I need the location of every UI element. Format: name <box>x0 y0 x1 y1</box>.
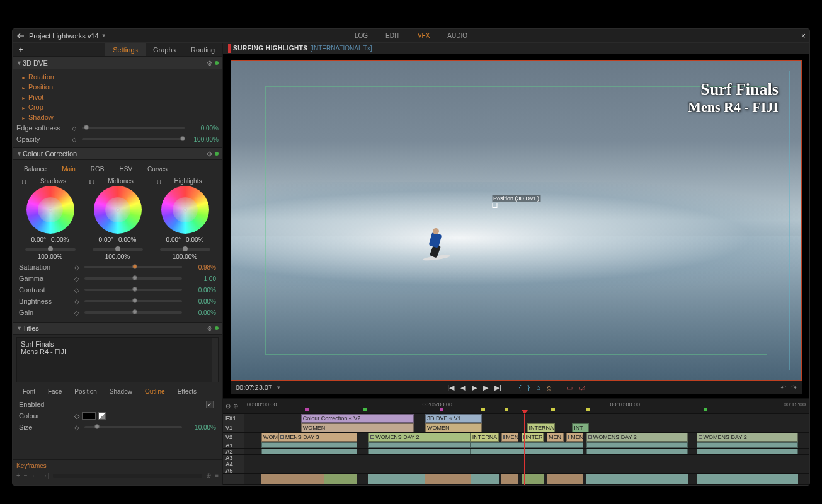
dve-shadow[interactable]: Shadow <box>16 112 219 122</box>
audio-block[interactable] <box>425 474 471 484</box>
audio-block[interactable] <box>471 474 499 484</box>
track-label[interactable]: V2 <box>223 433 244 442</box>
titles-tab-outline[interactable]: Outline <box>139 388 171 395</box>
audio-block[interactable] <box>586 474 688 484</box>
clip[interactable]: WOMENS DAY 2 <box>368 433 470 442</box>
midtones-pct[interactable]: 100.00% <box>105 253 130 260</box>
bars-icon[interactable]: ⫿⫿ <box>21 178 28 185</box>
bars-icon[interactable]: ⫿⫿ <box>89 178 95 185</box>
clip[interactable] <box>471 442 583 448</box>
tab-settings[interactable]: Settings <box>105 43 146 56</box>
marker[interactable] <box>363 408 367 411</box>
track-lane[interactable] <box>244 461 809 467</box>
kf-add-icon[interactable]: + <box>16 472 20 479</box>
track-lane[interactable] <box>244 442 809 448</box>
position-marker[interactable]: Position (3D DVE) <box>492 195 540 208</box>
eyedropper-icon[interactable] <box>98 412 106 420</box>
marker[interactable] <box>505 408 508 411</box>
marker[interactable] <box>704 408 707 411</box>
tab-graphs[interactable]: Graphs <box>146 43 183 56</box>
titles-tab-face[interactable]: Face <box>42 388 68 395</box>
midtones-amt[interactable]: 0.00% <box>118 236 136 243</box>
keyframe-toggle[interactable]: ◇ <box>74 424 82 431</box>
track-label[interactable]: V1 <box>223 423 244 432</box>
clip[interactable] <box>697 449 798 454</box>
track-label[interactable]: A2 <box>223 449 244 454</box>
panel-3d-dve-header[interactable]: ▼ 3D DVE ⚙ <box>13 57 222 69</box>
audio-block[interactable] <box>368 474 425 484</box>
mark-out-icon[interactable]: } <box>528 384 530 391</box>
saturation-slider[interactable] <box>84 266 182 268</box>
cc-tab-hsv[interactable]: HSV <box>112 166 140 173</box>
timecode-dropdown[interactable]: ▼ <box>276 385 281 391</box>
mode-audio[interactable]: AUDIO <box>438 30 476 42</box>
gear-icon[interactable]: ⚙ <box>207 151 212 158</box>
titles-tab-position[interactable]: Position <box>68 388 103 395</box>
size-slider[interactable] <box>84 426 182 428</box>
keyframe-track[interactable] <box>53 474 202 478</box>
gear-icon[interactable]: ⚙ <box>207 325 212 332</box>
kf-menu-icon[interactable]: ≡ <box>215 472 219 479</box>
clip[interactable] <box>368 442 470 448</box>
highlights-pct[interactable]: 100.00% <box>173 253 197 260</box>
track-label[interactable]: A5 <box>223 467 244 473</box>
track-lane[interactable]: WOM MENS DAY 3 WOMENS DAY 2 INTERNA MEN … <box>244 433 809 442</box>
shadows-amt[interactable]: 0.00% <box>51 236 69 243</box>
mode-log[interactable]: LOG <box>346 30 377 42</box>
titles-tab-font[interactable]: Font <box>16 388 42 395</box>
marker[interactable] <box>481 408 485 411</box>
cc-tab-curves[interactable]: Curves <box>140 166 175 173</box>
clip[interactable] <box>586 442 688 448</box>
midtones-angle[interactable]: 0.00° <box>99 236 113 243</box>
keyframe-toggle[interactable]: ◇ <box>72 136 79 143</box>
redo-icon[interactable]: ↷ <box>791 384 797 392</box>
tab-routing[interactable]: Routing <box>183 43 222 56</box>
shadows-slider[interactable] <box>25 248 76 251</box>
clip[interactable]: WOMENS DAY 2 <box>697 433 798 442</box>
titles-tab-shadow[interactable]: Shadow <box>103 388 139 395</box>
brightness-value[interactable]: 0.00% <box>185 298 216 305</box>
track-label[interactable] <box>223 474 244 484</box>
clip[interactable]: WOMEN <box>425 423 482 432</box>
goto-end-icon[interactable]: ▶| <box>494 384 501 392</box>
mode-edit[interactable]: EDIT <box>377 30 409 42</box>
clip[interactable]: INT <box>572 423 589 432</box>
gain-slider[interactable] <box>84 311 182 314</box>
cc-tab-rgb[interactable]: RGB <box>83 166 112 173</box>
add-effect-button[interactable]: + <box>13 45 29 54</box>
saturation-value[interactable]: 0.98% <box>185 264 216 271</box>
highlights-angle[interactable]: 0.00° <box>166 236 181 243</box>
step-back-icon[interactable]: ◀ <box>460 384 465 392</box>
scrollbar[interactable] <box>212 338 218 382</box>
enabled-indicator[interactable] <box>215 61 219 65</box>
track-label[interactable]: A1 <box>223 442 244 448</box>
clip[interactable]: MENS DAY 3 <box>278 433 358 442</box>
marker[interactable] <box>440 408 443 411</box>
zoom-in-icon[interactable]: ⊕ <box>233 403 238 410</box>
back-button[interactable] <box>16 32 25 40</box>
clip[interactable]: MEN <box>566 433 583 442</box>
gamma-value[interactable]: 1.00 <box>185 275 216 282</box>
project-dropdown[interactable]: ▼ <box>101 33 106 38</box>
gain-value[interactable]: 0.00% <box>185 309 216 316</box>
audio-block[interactable] <box>501 474 518 484</box>
brightness-slider[interactable] <box>84 300 182 302</box>
timecode[interactable]: 00:07:23.07 <box>236 384 272 391</box>
keyframe-toggle[interactable]: ◇ <box>74 264 82 271</box>
keyframe-toggle[interactable]: ◇ <box>74 275 82 282</box>
clip[interactable]: WOM <box>261 433 278 442</box>
clip[interactable] <box>261 449 357 454</box>
dve-position[interactable]: Position <box>16 82 219 92</box>
track-lane[interactable] <box>244 449 809 454</box>
clip[interactable]: 3D DVE « V1 <box>425 414 482 423</box>
clip[interactable]: INTERNA <box>522 433 544 442</box>
mark-in-icon[interactable]: { <box>519 384 522 391</box>
audio-block[interactable] <box>324 474 358 484</box>
clip[interactable] <box>261 442 357 448</box>
size-value[interactable]: 10.00% <box>185 424 216 431</box>
edge-softness-slider[interactable] <box>82 127 185 129</box>
replace-icon[interactable]: ▭̷ <box>579 384 585 392</box>
delete-icon[interactable]: ▭ <box>566 384 573 392</box>
marker[interactable] <box>551 408 555 411</box>
mode-vfx[interactable]: VFX <box>409 30 438 42</box>
